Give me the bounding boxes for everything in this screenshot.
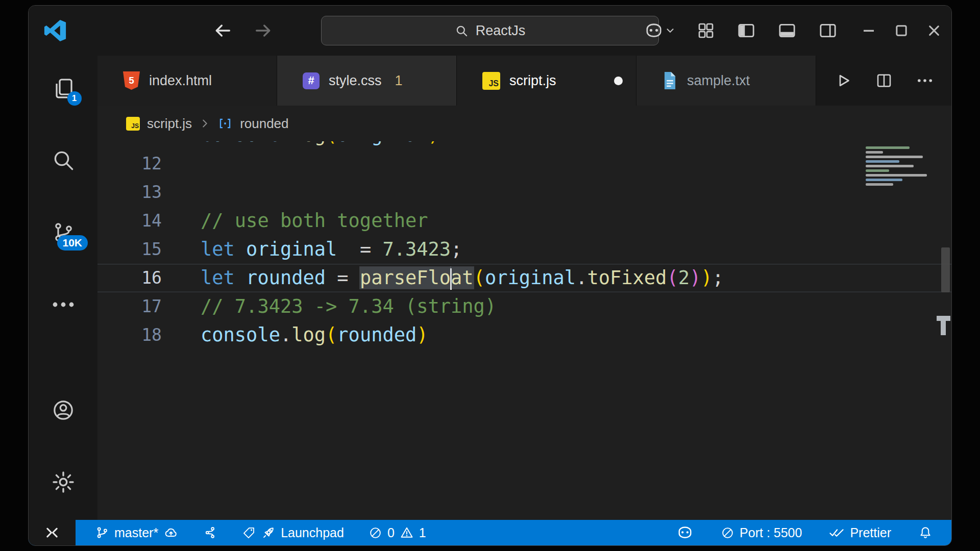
- overview-ruler-marker: [941, 321, 946, 335]
- search-sidebar-icon[interactable]: [51, 148, 76, 172]
- sync-cloud-icon: [163, 525, 179, 540]
- toggle-secondary-sidebar-icon[interactable]: [818, 20, 838, 41]
- tab-label: sample.txt: [687, 73, 750, 89]
- line-number: 13: [97, 178, 162, 207]
- scrollbar-thumb[interactable]: [941, 247, 950, 292]
- overview-ruler-marker: [937, 316, 950, 321]
- tab-label: script.js: [509, 73, 556, 89]
- code-editor[interactable]: console.log(original)121314// use both t…: [97, 141, 951, 520]
- minimap-line: [866, 151, 883, 154]
- editor-more-actions-icon[interactable]: [916, 77, 934, 84]
- tab-problem-badge: 1: [395, 73, 403, 89]
- tab-index-html[interactable]: 5 index.html: [97, 56, 277, 106]
- title-bar: ReactJs: [29, 6, 951, 56]
- source-control-badge: 10K: [57, 235, 88, 251]
- code-text: // 7.3423 -> 7.34 (string): [162, 292, 496, 321]
- line-number: 18: [97, 321, 162, 349]
- problems-item[interactable]: 0 1: [369, 525, 426, 540]
- forward-arrow-icon[interactable]: [252, 19, 275, 42]
- code-text: let original = 7.3423;: [162, 235, 462, 264]
- back-arrow-icon[interactable]: [211, 19, 234, 42]
- minimap-line: [866, 174, 927, 177]
- code-line[interactable]: 16let rounded = parseFloat(original.toFi…: [97, 264, 951, 292]
- breadcrumb-file[interactable]: script.js: [147, 116, 192, 132]
- tag-icon: [242, 526, 256, 540]
- status-bar: master* Launchpad 0: [29, 520, 951, 545]
- js-file-icon: JS: [482, 72, 500, 90]
- chevron-down-icon[interactable]: [665, 25, 676, 36]
- line-number: 15: [97, 235, 162, 264]
- double-check-icon: [828, 525, 845, 540]
- run-file-icon[interactable]: [834, 71, 852, 90]
- tab-bar: 5 index.html # style.css 1 JS script.js: [97, 56, 951, 106]
- tab-label: style.css: [329, 73, 382, 89]
- code-line[interactable]: 14// use both together: [97, 207, 951, 235]
- breadcrumb-symbol[interactable]: rounded: [240, 116, 288, 132]
- minimize-window-icon[interactable]: [859, 20, 879, 41]
- live-server-port-item[interactable]: Port : 5500: [721, 525, 802, 540]
- error-count: 0: [387, 525, 395, 540]
- source-control-graph-item[interactable]: [203, 525, 217, 540]
- code-line[interactable]: console.log(original): [97, 141, 951, 149]
- notifications-item[interactable]: [918, 525, 933, 540]
- copilot-icon[interactable]: [643, 20, 665, 41]
- breadcrumb: JS script.js rounded: [97, 106, 951, 141]
- copilot-status-item[interactable]: [676, 523, 694, 542]
- toggle-panel-icon[interactable]: [777, 20, 797, 41]
- search-command-center[interactable]: ReactJs: [321, 16, 659, 45]
- copilot-icon: [676, 523, 694, 542]
- close-window-icon[interactable]: [924, 20, 944, 41]
- explorer-badge: 1: [67, 91, 82, 106]
- code-text: [162, 178, 201, 207]
- menu-icon[interactable]: [96, 20, 116, 41]
- git-branch-item[interactable]: master*: [95, 525, 179, 540]
- vscode-logo-icon: [44, 19, 66, 42]
- modified-dot-icon[interactable]: [614, 77, 623, 85]
- branch-name: master*: [114, 525, 158, 540]
- code-line[interactable]: 18console.log(rounded): [97, 321, 951, 349]
- launchpad-label: Launchpad: [281, 525, 344, 540]
- errors-icon: [369, 526, 382, 540]
- activity-bar: 1 10K: [29, 56, 97, 520]
- more-views-icon[interactable]: [51, 299, 76, 310]
- commit-graph-icon: [203, 525, 217, 540]
- maximize-window-icon[interactable]: [891, 20, 912, 41]
- account-icon[interactable]: [51, 398, 76, 422]
- settings-gear-icon[interactable]: [51, 470, 76, 494]
- launchpad-item[interactable]: Launchpad: [242, 525, 344, 540]
- remote-icon: [43, 524, 61, 541]
- minimap-line: [866, 169, 889, 172]
- line-number: [97, 141, 162, 149]
- prettier-item[interactable]: Prettier: [828, 525, 891, 540]
- code-line[interactable]: 15let original = 7.3423;: [97, 235, 951, 264]
- vscode-window: ReactJs: [28, 5, 952, 546]
- toggle-primary-sidebar-icon[interactable]: [736, 20, 756, 41]
- code-line[interactable]: 12: [97, 149, 951, 178]
- minimap-line: [866, 146, 910, 149]
- tab-sample-txt[interactable]: sample.txt: [636, 56, 816, 106]
- text-file-icon: [662, 71, 678, 90]
- vertical-scrollbar[interactable]: [939, 141, 951, 520]
- explorer-icon[interactable]: 1: [51, 76, 76, 101]
- circle-slash-icon: [721, 526, 734, 540]
- code-text: console.log(rounded): [162, 321, 428, 349]
- source-control-icon[interactable]: 10K: [51, 220, 76, 244]
- code-text: [162, 149, 201, 178]
- code-lines: console.log(original)121314// use both t…: [97, 144, 951, 349]
- search-icon: [455, 24, 469, 38]
- code-text: let rounded = parseFloat(original.toFixe…: [162, 264, 724, 292]
- code-line[interactable]: 13: [97, 178, 951, 207]
- remote-indicator[interactable]: [29, 520, 76, 545]
- split-editor-icon[interactable]: [875, 71, 893, 90]
- customize-layout-icon[interactable]: [696, 21, 716, 40]
- minimap[interactable]: [866, 146, 933, 188]
- minimap-line: [866, 156, 923, 158]
- tab-style-css[interactable]: # style.css 1: [277, 56, 457, 106]
- search-value: ReactJs: [476, 23, 526, 39]
- code-line[interactable]: 17// 7.3423 -> 7.34 (string): [97, 292, 951, 321]
- html-file-icon: 5: [123, 71, 140, 90]
- git-branch-icon: [95, 525, 109, 540]
- code-text: console.log(original): [162, 141, 439, 149]
- tab-script-js[interactable]: JS script.js: [457, 56, 636, 106]
- bell-icon: [918, 525, 933, 540]
